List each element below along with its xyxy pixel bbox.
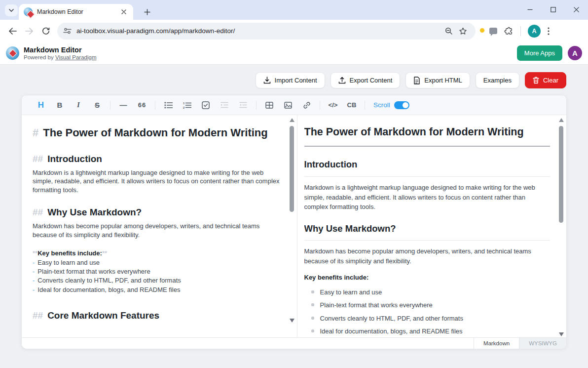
preview-paragraph: Markdown has become popular among develo…	[304, 246, 550, 266]
preview-scroll-thumb[interactable]	[559, 126, 563, 223]
source-list-item: -Plain-text format that works everywhere	[33, 267, 283, 276]
editor-card: H B I S — 66 12 </>	[21, 95, 567, 349]
extensions-cluster: A	[482, 25, 550, 38]
scroll-down-icon[interactable]	[290, 319, 294, 323]
powered-by-text: Powered by Visual Paradigm	[24, 54, 96, 60]
tab-close-icon[interactable]	[119, 7, 128, 16]
toolbar-separator	[155, 101, 155, 110]
user-avatar[interactable]: A	[568, 46, 582, 60]
source-list-item: -Converts cleanly to HTML, PDF, and othe…	[33, 276, 283, 285]
blockquote-tool-button[interactable]: 66	[136, 99, 148, 112]
back-button[interactable]	[4, 23, 21, 40]
window-maximize-button[interactable]	[542, 0, 565, 19]
tab-wysiwyg[interactable]: WYSIWYG	[519, 338, 566, 349]
link-tool-button[interactable]	[300, 99, 313, 112]
source-h2-intro: Introduction	[47, 154, 102, 164]
window-controls	[518, 0, 588, 19]
code-block-tool-button[interactable]: CB	[345, 99, 358, 112]
clear-button[interactable]: Clear	[525, 72, 566, 88]
visual-paradigm-link[interactable]: Visual Paradigm	[55, 54, 97, 60]
browser-menu-kebab-icon[interactable]	[548, 27, 550, 35]
export-upload-icon	[338, 77, 346, 84]
list-item: Easy to learn and use	[311, 287, 550, 297]
url-text[interactable]: ai-toolbox.visual-paradigm.com/app/markd…	[76, 27, 442, 35]
address-bar[interactable]: ai-toolbox.visual-paradigm.com/app/markd…	[57, 23, 476, 40]
export-content-label: Export Content	[350, 77, 393, 84]
h2-marker: ##	[33, 310, 43, 321]
source-paragraph: Markdown has become popular among develo…	[33, 222, 283, 239]
tab-search-chevron-button[interactable]	[5, 4, 18, 16]
chat-extension-icon[interactable]	[489, 28, 497, 34]
outdent-tool-button[interactable]	[237, 99, 250, 112]
editor-panes: #The Power of Markdown for Modern Writin…	[22, 115, 566, 337]
bullet-list-tool-button[interactable]	[162, 99, 175, 112]
reload-button[interactable]	[37, 23, 54, 40]
ordered-list-tool-button[interactable]: 12	[181, 99, 193, 112]
view-mode-tabbar: Markdown WYSIWYG	[22, 337, 566, 349]
source-benefit-1: Plain-text format that works everywhere	[37, 268, 150, 275]
editor-scrollbar[interactable]	[289, 118, 295, 323]
document-icon	[413, 77, 420, 84]
bookmark-star-icon[interactable]	[456, 24, 470, 38]
source-bold-line: **Key benefits include:**	[33, 249, 283, 257]
source-list-item: -Ideal for documentation, blogs, and REA…	[33, 286, 283, 294]
markdown-source-content[interactable]: #The Power of Markdown for Modern Writin…	[33, 121, 283, 337]
markdown-source-pane[interactable]: #The Power of Markdown for Modern Writin…	[22, 115, 297, 337]
preview-scrollbar[interactable]	[558, 118, 564, 336]
scroll-sync-toggle[interactable]	[394, 101, 409, 109]
source-list-item: -Easy to learn and use	[33, 258, 283, 267]
extensions-puzzle-icon[interactable]	[504, 26, 514, 36]
scroll-up-icon[interactable]	[290, 118, 294, 122]
trash-icon	[533, 77, 539, 84]
scroll-up-icon[interactable]	[559, 118, 564, 122]
italic-tool-button[interactable]: I	[72, 99, 85, 112]
strikethrough-tool-button[interactable]: S	[91, 99, 104, 112]
preview-pane: The Power of Markdown for Modern Writing…	[297, 115, 567, 337]
svg-text:2: 2	[183, 106, 185, 108]
preview-h2-why: Why Use Markdown?	[304, 218, 550, 241]
list-dash-marker: -	[33, 259, 35, 266]
list-item: Converts cleanly to HTML, PDF, and other…	[311, 314, 550, 324]
scroll-sync-label: Scroll	[373, 101, 390, 109]
import-download-icon	[263, 77, 271, 84]
source-h2-core: Core Markdown Features	[47, 310, 159, 321]
markdown-toolbar: H B I S — 66 12 </>	[22, 95, 566, 115]
window-close-button[interactable]	[565, 0, 588, 19]
app-header: Markdown Editor Powered by Visual Paradi…	[0, 42, 588, 65]
table-tool-button[interactable]	[263, 99, 276, 112]
bold-marker: **	[102, 249, 107, 257]
h1-marker: #	[33, 126, 38, 139]
task-list-tool-button[interactable]	[199, 99, 212, 112]
list-dash-marker: -	[33, 277, 35, 284]
preview-h2-intro: Introduction	[304, 154, 550, 177]
zoom-out-icon[interactable]	[442, 24, 456, 38]
toolbar-separator	[256, 101, 257, 110]
source-h2-line: ##Introduction	[33, 153, 283, 165]
indent-tool-button[interactable]	[218, 99, 231, 112]
browser-tab[interactable]: Markdown Editor	[19, 4, 133, 20]
examples-button[interactable]: Examples	[476, 72, 519, 88]
inline-code-tool-button[interactable]: </>	[327, 99, 339, 112]
h2-marker: ##	[33, 207, 43, 217]
tab-markdown[interactable]: Markdown	[474, 338, 519, 349]
forward-button[interactable]	[21, 23, 37, 40]
window-minimize-button[interactable]	[518, 0, 542, 19]
heading-tool-button[interactable]: H	[35, 99, 47, 112]
bold-tool-button[interactable]: B	[53, 99, 66, 112]
new-tab-button[interactable]	[140, 5, 154, 19]
image-tool-button[interactable]	[282, 99, 294, 112]
browser-profile-avatar[interactable]: A	[528, 25, 541, 38]
preview-benefits-label: Key benefits include:	[304, 273, 550, 283]
scroll-down-icon[interactable]	[559, 332, 564, 336]
toolbar-separator	[320, 101, 320, 110]
source-h2-line: ##Core Markdown Features	[33, 309, 283, 322]
source-paragraph: Markdown is a lightweight markup languag…	[33, 168, 283, 194]
export-content-button[interactable]: Export Content	[331, 72, 401, 88]
more-apps-button[interactable]: More Apps	[517, 45, 562, 61]
horizontal-rule-tool-button[interactable]: —	[117, 99, 130, 112]
export-html-button[interactable]: Export HTML	[405, 72, 470, 88]
chevron-down-icon	[8, 8, 14, 12]
site-settings-icon[interactable]	[63, 27, 72, 35]
editor-scroll-thumb[interactable]	[290, 126, 294, 212]
import-content-button[interactable]: Import Content	[256, 72, 325, 88]
